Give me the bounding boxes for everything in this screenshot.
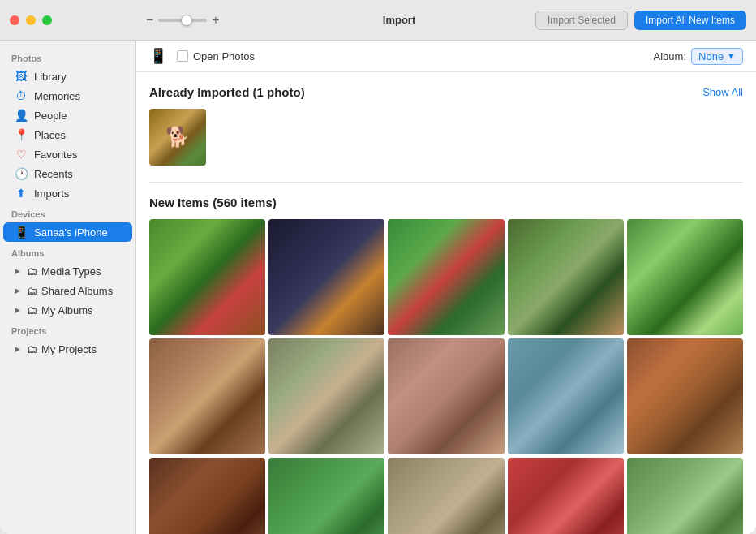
close-button[interactable] bbox=[10, 15, 19, 25]
folder-icon-media-types: 🗂 bbox=[25, 265, 38, 278]
sidebar-item-library[interactable]: 🖼 Library bbox=[3, 67, 132, 86]
title-bar: − + Import Import Selected Import All Ne… bbox=[0, 0, 756, 41]
title-bar-right: Import Selected Import All New Items bbox=[535, 11, 746, 30]
sidebar-label-library: Library bbox=[34, 71, 67, 83]
device-toolbar-icon: 📱 bbox=[149, 47, 167, 65]
photo-grid bbox=[149, 219, 743, 534]
window-controls bbox=[10, 15, 52, 25]
expand-arrow-media-types: ▶ bbox=[15, 267, 20, 275]
places-icon: 📍 bbox=[15, 128, 28, 141]
sidebar-label-people: People bbox=[34, 110, 67, 122]
folder-icon-my-albums: 🗂 bbox=[25, 304, 38, 317]
photo-thumb-12[interactable] bbox=[268, 458, 384, 534]
new-items-title: New Items (560 items) bbox=[149, 196, 277, 209]
album-dropdown[interactable]: None ▼ bbox=[691, 48, 743, 65]
sidebar-item-imports[interactable]: ⬆ Imports bbox=[3, 183, 132, 203]
new-items-header: New Items (560 items) bbox=[149, 196, 743, 209]
photo-thumb-13[interactable] bbox=[388, 458, 504, 534]
expand-arrow-shared: ▶ bbox=[15, 286, 20, 295]
content-toolbar: 📱 Open Photos Album: None ▼ bbox=[136, 41, 756, 72]
album-selector: Album: None ▼ bbox=[654, 48, 743, 65]
sidebar-item-places[interactable]: 📍 Places bbox=[3, 125, 132, 144]
recents-icon: 🕐 bbox=[15, 167, 28, 180]
photo-thumb-1[interactable] bbox=[149, 219, 265, 335]
favorites-icon: ♡ bbox=[15, 148, 28, 161]
sidebar-item-shared-albums[interactable]: ▶ 🗂 Shared Albums bbox=[3, 281, 132, 300]
open-photos-checkbox[interactable] bbox=[177, 50, 188, 62]
zoom-slider[interactable] bbox=[158, 19, 207, 22]
import-all-button[interactable]: Import All New Items bbox=[634, 11, 746, 30]
photo-thumb-2[interactable] bbox=[268, 219, 384, 335]
photo-thumb-6[interactable] bbox=[149, 338, 265, 454]
sidebar-item-media-types[interactable]: ▶ 🗂 Media Types bbox=[3, 261, 132, 281]
album-label: Album: bbox=[654, 50, 686, 62]
sidebar-item-my-albums[interactable]: ▶ 🗂 My Albums bbox=[3, 300, 132, 320]
photo-thumb-11[interactable] bbox=[149, 458, 265, 534]
sidebar-item-people[interactable]: 👤 People bbox=[3, 106, 132, 125]
zoom-control: − + bbox=[146, 13, 220, 28]
sidebar: Photos 🖼 Library ⏱ Memories 👤 People 📍 P… bbox=[0, 41, 136, 534]
content-scroll[interactable]: Already Imported (1 photo) Show All New … bbox=[136, 72, 756, 534]
people-icon: 👤 bbox=[15, 109, 28, 122]
app-window: − + Import Import Selected Import All Ne… bbox=[0, 0, 756, 534]
maximize-button[interactable] bbox=[42, 15, 52, 25]
photo-thumb-15[interactable] bbox=[627, 458, 743, 534]
show-all-link[interactable]: Show All bbox=[702, 86, 743, 98]
sidebar-label-my-projects: My Projects bbox=[41, 343, 97, 355]
minimize-button[interactable] bbox=[26, 15, 36, 25]
open-photos-label: Open Photos bbox=[193, 50, 255, 62]
window-title: Import bbox=[383, 14, 415, 26]
sidebar-item-iphone[interactable]: 📱 Sanaa's iPhone bbox=[3, 222, 132, 242]
imported-photo-thumb[interactable] bbox=[149, 109, 206, 166]
memories-icon: ⏱ bbox=[15, 89, 28, 102]
sidebar-label-recents: Recents bbox=[34, 168, 73, 180]
expand-arrow-my-projects: ▶ bbox=[15, 345, 20, 353]
sidebar-label-media-types: Media Types bbox=[41, 265, 101, 278]
already-imported-grid bbox=[149, 109, 743, 166]
section-divider bbox=[149, 182, 743, 183]
photo-thumb-3[interactable] bbox=[388, 219, 504, 335]
projects-section-label: Projects bbox=[0, 320, 135, 339]
import-selected-button[interactable]: Import Selected bbox=[535, 11, 628, 30]
zoom-minus-button[interactable]: − bbox=[146, 13, 153, 28]
dropdown-arrow-icon: ▼ bbox=[727, 51, 736, 61]
folder-icon-my-projects: 🗂 bbox=[25, 342, 38, 355]
content-area: 📱 Open Photos Album: None ▼ Already bbox=[136, 41, 756, 534]
photo-thumb-4[interactable] bbox=[508, 219, 624, 335]
photo-thumb-14[interactable] bbox=[508, 458, 624, 534]
sidebar-item-favorites[interactable]: ♡ Favorites bbox=[3, 144, 132, 164]
sidebar-label-places: Places bbox=[34, 129, 66, 141]
photo-thumb-8[interactable] bbox=[388, 338, 504, 454]
sidebar-item-my-projects[interactable]: ▶ 🗂 My Projects bbox=[3, 339, 132, 359]
photo-thumb-5[interactable] bbox=[627, 219, 743, 335]
expand-arrow-my-albums: ▶ bbox=[15, 306, 20, 314]
zoom-slider-thumb[interactable] bbox=[181, 15, 192, 26]
photo-thumb-10[interactable] bbox=[627, 338, 743, 454]
sidebar-label-memories: Memories bbox=[34, 90, 80, 102]
sidebar-label-my-albums: My Albums bbox=[41, 304, 93, 317]
photo-thumb-9[interactable] bbox=[508, 338, 624, 454]
sidebar-item-recents[interactable]: 🕐 Recents bbox=[3, 164, 132, 183]
main-layout: Photos 🖼 Library ⏱ Memories 👤 People 📍 P… bbox=[0, 41, 756, 534]
devices-section-label: Devices bbox=[0, 203, 135, 222]
iphone-icon: 📱 bbox=[15, 226, 28, 239]
sidebar-item-memories[interactable]: ⏱ Memories bbox=[3, 86, 132, 106]
albums-section-label: Albums bbox=[0, 242, 135, 261]
sidebar-label-imports: Imports bbox=[34, 187, 69, 200]
sidebar-label-shared-albums: Shared Albums bbox=[41, 285, 113, 297]
library-icon: 🖼 bbox=[15, 70, 28, 83]
photos-section-label: Photos bbox=[0, 47, 135, 67]
photo-thumb-7[interactable] bbox=[268, 338, 384, 454]
already-imported-title: Already Imported (1 photo) bbox=[149, 85, 305, 99]
already-imported-header: Already Imported (1 photo) Show All bbox=[149, 85, 743, 99]
new-items-section: New Items (560 items) bbox=[149, 196, 743, 534]
sidebar-label-device: Sanaa's iPhone bbox=[34, 226, 108, 239]
sidebar-label-favorites: Favorites bbox=[34, 149, 77, 161]
album-value: None bbox=[698, 50, 724, 62]
folder-icon-shared: 🗂 bbox=[25, 284, 38, 297]
zoom-plus-button[interactable]: + bbox=[212, 13, 219, 28]
imports-icon: ⬆ bbox=[15, 187, 28, 200]
open-photos-option[interactable]: Open Photos bbox=[177, 50, 255, 62]
